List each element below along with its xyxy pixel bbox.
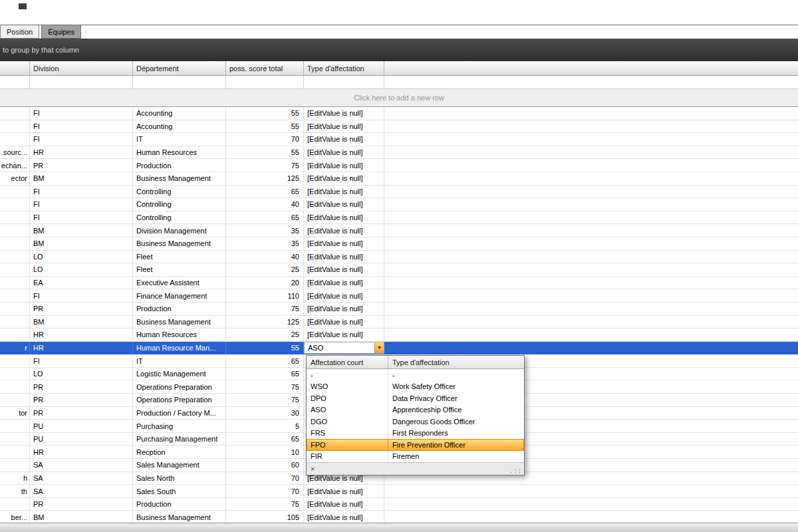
cell-score[interactable]: 20 <box>226 277 304 289</box>
cell-departement[interactable]: Operations Preparation <box>133 380 226 393</box>
cell-departement[interactable]: IT <box>133 133 226 146</box>
resize-grip[interactable]: .:: <box>509 467 522 474</box>
dropdown-item[interactable]: DPO Data Privacy Officer <box>307 392 524 404</box>
dropdown-header-label[interactable]: Type d'affectation <box>388 356 524 368</box>
cell-type[interactable]: [EditValue is null] <box>304 485 384 497</box>
table-row[interactable]: PR Production 75 [EditValue is null] <box>0 303 798 316</box>
group-by-panel[interactable]: to group by that column <box>0 39 798 61</box>
cell-score[interactable]: 65 <box>226 186 304 198</box>
cell-division[interactable]: FI <box>30 354 133 367</box>
cell-score[interactable]: 65 <box>226 433 304 446</box>
cell-division[interactable]: BM <box>30 237 133 250</box>
cell-departement[interactable]: Recption <box>133 446 226 458</box>
cell-score[interactable]: 65 <box>226 354 304 367</box>
cell-division[interactable]: PR <box>30 498 133 511</box>
dropdown-header-code[interactable]: Affectation court <box>307 356 388 368</box>
cell-type[interactable]: [EditValue is null] <box>304 498 384 511</box>
cell-type[interactable]: [EditValue is null] <box>304 159 384 172</box>
cell-score[interactable]: 30 <box>226 407 304 420</box>
cell-departement[interactable]: Fleet <box>133 263 226 276</box>
cell-departement[interactable]: Finance Management <box>133 289 226 302</box>
cell-position[interactable] <box>0 211 30 224</box>
cell-departement[interactable]: Production <box>133 159 226 172</box>
cell-score[interactable]: 75 <box>226 380 304 393</box>
cell-division[interactable]: PR <box>30 159 133 172</box>
cell-type[interactable]: [EditValue is null] <box>304 107 384 120</box>
cell-position[interactable] <box>0 224 30 237</box>
cell-position[interactable] <box>0 251 30 263</box>
cell-departement[interactable]: Human Resources <box>133 329 226 341</box>
table-row[interactable]: LO Fleet 25 [EditValue is null] <box>0 263 798 277</box>
table-row[interactable]: PR Production 75 [EditValue is null] <box>0 498 798 511</box>
tab-equipes[interactable]: Équipes <box>41 25 81 39</box>
cell-score[interactable]: 60 <box>226 459 304 471</box>
cell-position[interactable]: tor <box>0 407 30 420</box>
cell-type[interactable]: ASO▾ <box>304 342 384 354</box>
cell-departement[interactable]: Sales South <box>133 485 226 497</box>
cell-score[interactable]: 75 <box>226 159 304 172</box>
cell-type[interactable]: [EditValue is null] <box>304 251 384 263</box>
column-header-division[interactable]: Division <box>30 61 133 75</box>
cell-departement[interactable]: Business Management <box>133 237 226 250</box>
cell-score[interactable]: 40 <box>226 251 304 263</box>
cell-score[interactable]: 5 <box>226 420 304 432</box>
new-row-bar[interactable]: Click here to add a new row <box>0 89 798 107</box>
cell-departement[interactable]: Purchasing Management <box>133 433 226 446</box>
cell-departement[interactable]: IT <box>133 354 226 367</box>
cell-departement[interactable]: Accounting <box>133 107 226 120</box>
cell-division[interactable]: FI <box>30 198 133 211</box>
cell-division[interactable]: PU <box>30 433 133 446</box>
cell-position[interactable] <box>0 394 30 406</box>
filter-cell-departement[interactable] <box>133 76 226 88</box>
cell-departement[interactable]: Business Management <box>133 316 226 329</box>
cell-position[interactable] <box>0 433 30 446</box>
cell-score[interactable]: 75 <box>226 303 304 315</box>
cell-type[interactable]: [EditValue is null] <box>304 511 384 523</box>
cell-departement[interactable]: Human Resources <box>133 146 226 159</box>
cell-division[interactable]: HR <box>30 329 133 341</box>
type-editor-value[interactable]: ASO <box>305 344 374 352</box>
cell-division[interactable]: HR <box>30 446 133 458</box>
cell-division[interactable]: PU <box>30 420 133 432</box>
cell-division[interactable]: FI <box>30 133 133 146</box>
cell-position[interactable] <box>0 498 30 511</box>
cell-departement[interactable]: Sales Management <box>133 459 226 471</box>
filter-cell-position[interactable] <box>0 76 30 88</box>
cell-departement[interactable]: Controlling <box>133 211 226 224</box>
cell-score[interactable]: 35 <box>226 224 304 237</box>
dropdown-item[interactable]: FRS First Responders <box>307 428 524 440</box>
filter-cell-type[interactable] <box>304 76 384 88</box>
cell-position[interactable]: h <box>0 472 30 485</box>
cell-score[interactable]: 55 <box>226 120 304 133</box>
table-row[interactable]: FI Controlling 65 [EditValue is null] <box>0 211 798 225</box>
cell-division[interactable]: PR <box>30 394 133 406</box>
table-row[interactable]: FI IT 70 [EditValue is null] <box>0 133 798 146</box>
cell-position[interactable] <box>0 133 30 146</box>
cell-position[interactable] <box>0 198 30 211</box>
cell-score[interactable]: 125 <box>226 172 304 185</box>
cell-score[interactable]: 25 <box>226 329 304 341</box>
cell-position[interactable] <box>0 303 30 315</box>
cell-division[interactable]: HR <box>30 342 133 354</box>
cell-division[interactable]: FI <box>30 211 133 224</box>
cell-type[interactable]: [EditValue is null] <box>304 316 384 329</box>
table-row[interactable]: r HR Human Resource Man... 55 ASO▾ <box>0 342 798 355</box>
cell-division[interactable]: FI <box>30 289 133 302</box>
dropdown-button-icon[interactable]: ▾ <box>374 342 384 354</box>
cell-score[interactable]: 70 <box>226 472 304 485</box>
dropdown-item[interactable]: FIR Firemen <box>307 451 524 463</box>
cell-type[interactable]: [EditValue is null] <box>304 172 384 185</box>
cell-departement[interactable]: Logistic Management <box>133 368 226 380</box>
cell-departement[interactable]: Business Management <box>133 511 226 523</box>
cell-division[interactable]: LO <box>30 251 133 263</box>
table-row[interactable]: ector BM Business Management 125 [EditVa… <box>0 172 798 186</box>
cell-score[interactable]: 65 <box>226 368 304 380</box>
cell-division[interactable]: BM <box>30 172 133 185</box>
table-row[interactable]: FI Controlling 65 [EditValue is null] <box>0 186 798 199</box>
cell-division[interactable]: SA <box>30 459 133 471</box>
cell-position[interactable] <box>0 380 30 393</box>
cell-division[interactable]: LO <box>30 263 133 276</box>
cell-departement[interactable]: Business Management <box>133 172 226 185</box>
cell-type[interactable]: [EditValue is null] <box>304 277 384 289</box>
cell-position[interactable]: ber... <box>0 511 30 523</box>
